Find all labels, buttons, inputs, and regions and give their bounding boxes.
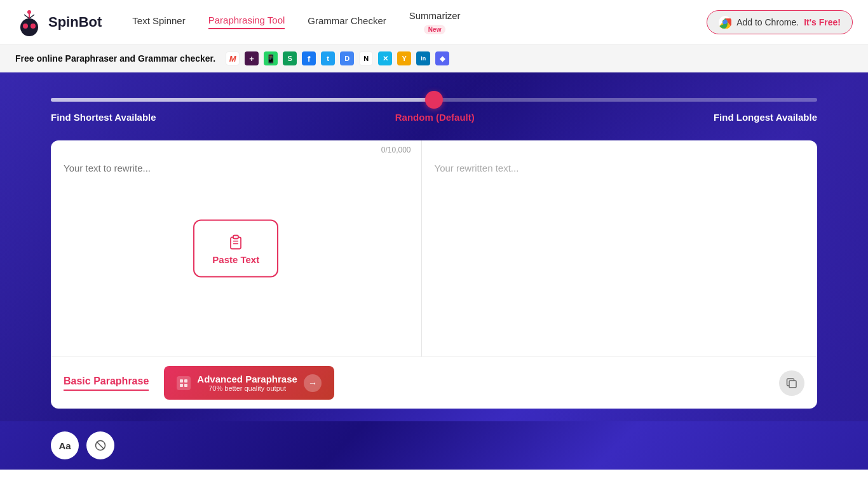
- advanced-btn-sublabel: 70% better quality output: [197, 384, 297, 392]
- advanced-btn-arrow: →: [304, 374, 322, 392]
- docs-icon[interactable]: D: [340, 51, 354, 65]
- font-size-tool-button[interactable]: Aa: [51, 431, 79, 459]
- basic-paraphrase-button[interactable]: Basic Paraphrase: [64, 376, 149, 391]
- paste-text-button[interactable]: Paste Text: [193, 220, 278, 278]
- slider-right-label: Find Longest Available: [714, 112, 817, 123]
- nav-text-spinner[interactable]: Text Spinner: [132, 15, 185, 29]
- svg-point-2: [31, 24, 36, 29]
- svg-rect-16: [180, 384, 183, 387]
- header: SpinBot Text Spinner Paraphrasing Tool G…: [0, 0, 868, 44]
- paste-btn-label: Paste Text: [212, 254, 259, 265]
- editor-card: 0/10,000 Paste Text: [51, 140, 817, 409]
- spinbot-logo-icon: [15, 8, 43, 36]
- chrome-btn-text: Add to Chrome.: [736, 17, 799, 27]
- slack-icon[interactable]: +: [245, 51, 259, 65]
- slider-fill: [51, 98, 434, 102]
- advanced-btn-main-label: Advanced Paraphrase: [197, 374, 297, 384]
- svg-point-0: [20, 18, 38, 36]
- logo-text: SpinBot: [48, 14, 102, 30]
- nav-summarizer-wrap: Summarizer New: [409, 10, 461, 34]
- editor-body: 0/10,000 Paste Text: [51, 140, 817, 356]
- char-count: 0/10,000: [381, 146, 411, 154]
- slider-thumb[interactable]: [425, 91, 443, 109]
- social-icons-bar: M + 📱 S f t D N ✕ Y in ◆: [226, 51, 853, 65]
- add-to-chrome-button[interactable]: Add to Chrome. It's Free!: [707, 10, 853, 34]
- gmail-icon[interactable]: M: [226, 51, 240, 65]
- svg-point-4: [27, 10, 31, 14]
- hero-section: Find Shortest Available Random (Default)…: [0, 72, 868, 421]
- whatsapp-icon[interactable]: 📱: [264, 51, 278, 65]
- copy-icon: [786, 377, 797, 389]
- linkedin-icon[interactable]: in: [416, 51, 430, 65]
- svg-rect-11: [233, 236, 238, 239]
- svg-rect-15: [184, 379, 187, 383]
- logo-area: SpinBot: [15, 8, 102, 36]
- subheader: Free online Paraphraser and Grammar chec…: [0, 44, 868, 72]
- editor-footer: Basic Paraphrase Advanced Paraphrase 70%…: [51, 356, 817, 409]
- slider-track: [51, 98, 817, 102]
- output-placeholder: Your rewritten text...: [435, 163, 519, 173]
- main-nav: Text Spinner Paraphrasing Tool Grammar C…: [132, 10, 707, 34]
- editor-left-pane: 0/10,000 Paste Text: [51, 140, 422, 356]
- advanced-btn-icon: [177, 376, 191, 390]
- length-slider-section: Find Shortest Available Random (Default)…: [51, 98, 817, 123]
- chrome-icon: [719, 16, 731, 29]
- nav-grammar-checker[interactable]: Grammar Checker: [308, 15, 386, 29]
- slider-center-label: Random (Default): [395, 112, 475, 123]
- subheader-text: Free online Paraphraser and Grammar chec…: [15, 53, 215, 64]
- editor-right-pane: Your rewritten text...: [422, 140, 818, 356]
- advanced-paraphrase-button[interactable]: Advanced Paraphrase 70% better quality o…: [164, 366, 334, 400]
- sheets-icon[interactable]: S: [283, 51, 297, 65]
- summarizer-badge: New: [424, 25, 446, 34]
- xero-icon[interactable]: ✕: [378, 51, 392, 65]
- twitter-icon[interactable]: t: [321, 51, 335, 65]
- advanced-icon-svg: [179, 379, 188, 388]
- paste-btn-area: Paste Text: [193, 220, 278, 278]
- svg-rect-18: [789, 381, 796, 388]
- nav-summarizer[interactable]: Summarizer: [409, 10, 461, 24]
- facebook-icon[interactable]: f: [302, 51, 316, 65]
- svg-line-20: [97, 442, 104, 449]
- no-icon: [95, 440, 106, 451]
- slider-left-label: Find Shortest Available: [51, 112, 156, 123]
- copy-output-button[interactable]: [779, 370, 804, 396]
- slider-labels: Find Shortest Available Random (Default)…: [51, 112, 817, 123]
- clipboard-icon: [227, 233, 245, 250]
- bottom-tools-bar: Aa: [0, 421, 868, 470]
- advanced-btn-text-area: Advanced Paraphrase 70% better quality o…: [197, 374, 297, 392]
- yellow-icon[interactable]: Y: [397, 51, 411, 65]
- notion-icon[interactable]: N: [359, 51, 373, 65]
- settings-tool-button[interactable]: [86, 431, 114, 459]
- font-size-icon: Aa: [58, 440, 71, 451]
- svg-point-1: [23, 24, 28, 29]
- svg-line-5: [24, 15, 29, 18]
- nav-paraphrasing-tool[interactable]: Paraphrasing Tool: [208, 15, 285, 29]
- svg-rect-17: [184, 384, 187, 387]
- chrome-btn-free: It's Free!: [804, 17, 841, 27]
- discord-icon[interactable]: ◆: [435, 51, 449, 65]
- svg-point-9: [723, 20, 727, 24]
- svg-rect-3: [22, 29, 37, 30]
- svg-line-6: [29, 15, 34, 18]
- svg-rect-14: [180, 379, 183, 383]
